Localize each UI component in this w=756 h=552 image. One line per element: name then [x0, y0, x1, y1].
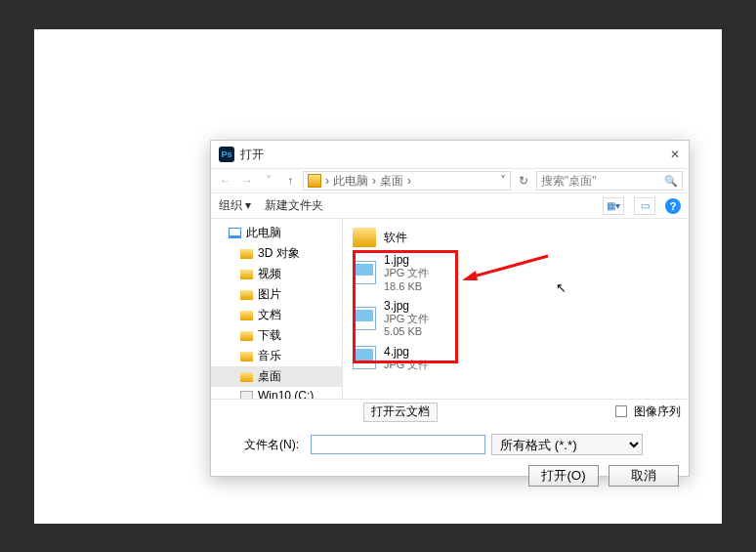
tree-item-label: 文档 — [258, 307, 281, 323]
folder-icon — [240, 249, 253, 259]
titlebar: Ps 打开 ✕ — [211, 141, 689, 168]
help-button[interactable]: ? — [665, 198, 681, 214]
tree-item[interactable]: 3D 对象 — [211, 243, 342, 264]
nav-forward[interactable]: → — [238, 174, 256, 188]
search-placeholder: 搜索"桌面" — [541, 173, 597, 190]
toolbar: 组织 ▾ 新建文件夹 ▦▾ ▭ ? — [211, 193, 689, 219]
close-button[interactable]: ✕ — [667, 147, 683, 162]
folder-tree[interactable]: 此电脑3D 对象视频图片文档下载音乐桌面Win10 (C:) — [211, 219, 343, 399]
file-item[interactable]: 1.jpgJPG 文件18.6 KB — [351, 250, 681, 296]
folder-icon — [240, 372, 253, 382]
folder-label: 软件 — [384, 230, 407, 246]
bottom-panel: 文件名(N): 所有格式 (*.*) 打开(O) 取消 — [211, 424, 689, 494]
tree-item-label: 音乐 — [258, 348, 281, 364]
folder-icon — [240, 331, 253, 341]
tree-item-label: 此电脑 — [246, 225, 281, 241]
image-sequence-option[interactable]: 图像序列 — [615, 403, 681, 420]
app-icon: Ps — [219, 147, 234, 162]
dialog-title: 打开 — [240, 147, 667, 163]
tree-item-label: 桌面 — [258, 368, 281, 385]
tree-item-label: 图片 — [258, 286, 281, 303]
file-list[interactable]: ↖ 软件 1.jpgJPG 文件18.6 KB3.jpgJPG 文件5.05 K… — [343, 219, 689, 399]
tree-item-label: Win10 (C:) — [258, 389, 314, 399]
nav-back[interactable]: ← — [217, 174, 234, 188]
folder-icon — [240, 352, 253, 361]
path-seg-2[interactable]: 桌面 — [380, 173, 403, 190]
open-file-dialog: Ps 打开 ✕ ← → ˅ ↑ › 此电脑 › 桌面 › ˅ ↻ 搜索"桌面" … — [210, 140, 690, 477]
file-name: 4.jpg — [384, 345, 429, 359]
refresh-button[interactable]: ↻ — [515, 174, 532, 188]
tree-item-label: 视频 — [258, 266, 281, 282]
tree-item[interactable]: 文档 — [211, 305, 342, 325]
path-sep: › — [407, 174, 411, 188]
folder-icon — [240, 290, 253, 300]
path-sep: › — [372, 174, 376, 188]
open-button[interactable]: 打开(O) — [528, 465, 599, 487]
mid-bar: 打开云文档 图像序列 — [211, 399, 689, 424]
drive-icon — [308, 174, 321, 188]
path-seg-1[interactable]: 此电脑 — [333, 173, 368, 190]
folder-icon — [353, 228, 376, 247]
image-file-icon — [353, 346, 376, 369]
file-meta: 3.jpgJPG 文件5.05 KB — [384, 299, 429, 339]
tree-item[interactable]: 下载 — [211, 325, 342, 346]
tree-item-label: 下载 — [258, 327, 281, 344]
tree-item[interactable]: 此电脑 — [211, 223, 342, 243]
tree-item[interactable]: Win10 (C:) — [211, 387, 342, 399]
file-type: JPG 文件 — [384, 267, 429, 279]
view-mode-button[interactable]: ▦▾ — [603, 197, 624, 215]
address-bar: ← → ˅ ↑ › 此电脑 › 桌面 › ˅ ↻ 搜索"桌面" 🔍 — [211, 168, 689, 193]
new-folder-button[interactable]: 新建文件夹 — [265, 197, 323, 214]
tree-item[interactable]: 音乐 — [211, 346, 342, 366]
file-size: 18.6 KB — [384, 280, 429, 293]
nav-recent-dropdown[interactable]: ˅ — [260, 174, 277, 188]
file-type-select[interactable]: 所有格式 (*.*) — [491, 434, 643, 455]
file-type: JPG 文件 — [384, 359, 429, 371]
image-file-icon — [353, 307, 376, 330]
file-name: 1.jpg — [384, 253, 429, 267]
folder-icon — [240, 311, 253, 320]
path-dropdown-icon[interactable]: ˅ — [500, 174, 506, 188]
file-type: JPG 文件 — [384, 313, 429, 325]
preview-pane-button[interactable]: ▭ — [634, 197, 655, 215]
folder-icon — [240, 270, 253, 279]
tree-item-label: 3D 对象 — [258, 245, 300, 262]
search-input[interactable]: 搜索"桌面" 🔍 — [536, 171, 683, 191]
file-meta: 4.jpgJPG 文件 — [384, 345, 429, 372]
filename-input[interactable] — [311, 435, 485, 454]
tree-item[interactable]: 视频 — [211, 264, 342, 284]
disk-icon — [240, 391, 253, 399]
filename-label: 文件名(N): — [221, 437, 305, 453]
organize-menu[interactable]: 组织 ▾ — [219, 197, 251, 214]
path-sep: › — [325, 174, 329, 188]
open-cloud-button[interactable]: 打开云文档 — [363, 403, 438, 422]
path-box[interactable]: › 此电脑 › 桌面 › ˅ — [303, 171, 511, 191]
image-sequence-checkbox[interactable] — [615, 405, 627, 417]
folder-item[interactable]: 软件 — [351, 225, 681, 250]
file-name: 3.jpg — [384, 299, 429, 313]
pc-icon — [229, 228, 241, 238]
file-size: 5.05 KB — [384, 325, 429, 338]
tree-item[interactable]: 图片 — [211, 284, 342, 305]
image-file-icon — [353, 261, 376, 284]
nav-up[interactable]: ↑ — [281, 174, 299, 188]
image-sequence-label: 图像序列 — [634, 404, 681, 418]
file-meta: 1.jpgJPG 文件18.6 KB — [384, 253, 429, 293]
search-icon: 🔍 — [664, 175, 678, 188]
file-item[interactable]: 4.jpgJPG 文件 — [351, 342, 681, 375]
tree-item[interactable]: 桌面 — [211, 366, 342, 387]
file-item[interactable]: 3.jpgJPG 文件5.05 KB — [351, 296, 681, 342]
cancel-button[interactable]: 取消 — [609, 465, 679, 487]
